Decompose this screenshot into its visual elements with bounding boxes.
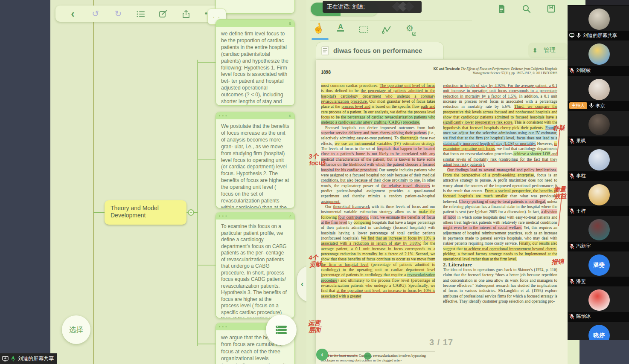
participant-name: 刘晓敏 <box>576 67 591 74</box>
active-tool-indicator <box>312 38 329 40</box>
note-card-text: To examine this focus on a particular pa… <box>216 220 294 318</box>
screen-share-label: 刘迪的屏幕共享 <box>0 353 57 364</box>
note-card[interactable]: the operating unit level, and at the pro… <box>215 0 295 14</box>
card-dots: • • • <box>219 114 227 118</box>
pen-draw-tool[interactable] <box>381 23 392 37</box>
card-dots: • • • <box>219 214 227 218</box>
mic-on-icon <box>589 103 594 109</box>
mic-muted-icon <box>569 278 574 284</box>
edit-compose-icon[interactable] <box>156 6 171 22</box>
mindmap-toolbar: ‹ ↺ ↻ ••• <box>55 6 226 22</box>
settings-gear-tool[interactable]: ⚙ <box>405 23 415 37</box>
card-badge: 6 <box>289 21 291 26</box>
page-back-button[interactable]: ‹ <box>316 349 328 361</box>
participant-name: 王梓 <box>576 208 586 214</box>
running-head-title: The Effects of Focus on Performance: Evi… <box>460 67 557 71</box>
avatar: 潘斐 <box>588 254 610 276</box>
screen-share-icon <box>569 32 574 38</box>
paragraph: The idea of focus in operations goes bac… <box>443 267 557 304</box>
handwritten-note: 报销 <box>551 258 564 266</box>
connector <box>194 212 198 213</box>
handwritten-note: 运营 层面 <box>308 319 321 334</box>
participant-name: 陈怡冰 <box>576 313 591 320</box>
participant-tile[interactable]: 冯新宇 <box>568 216 629 251</box>
note-card[interactable]: 6 we define firm level focus to be the p… <box>215 19 295 106</box>
screen-share-icon <box>2 356 9 361</box>
share-export-icon[interactable] <box>179 6 193 22</box>
handwritten-note: 3个 focus <box>309 152 326 167</box>
header-rule <box>321 79 557 79</box>
participant-name: 刘迪的屏幕共享 <box>583 32 617 39</box>
participant-name: 潘斐 <box>576 278 586 285</box>
participant-tile[interactable]: 晓婷 <box>568 321 629 340</box>
document-tab[interactable]: diwas focus on performance <box>316 42 444 59</box>
participant-tile[interactable]: 主持人 李京 <box>568 75 629 110</box>
note-card-text: we define firm level focus to be the pro… <box>216 27 294 106</box>
outline-list-icon[interactable] <box>134 6 148 22</box>
paragraph: Focused hospitals can derive improved ou… <box>321 125 435 204</box>
undo-icon[interactable]: ↺ <box>88 6 103 22</box>
text-highlight-tool[interactable]: A <box>335 23 346 37</box>
page-thumbnail-icon <box>321 46 329 55</box>
note-card[interactable]: • • •6 We postulate that the benefits of… <box>215 112 295 208</box>
avatar <box>588 289 610 311</box>
connector <box>197 62 215 63</box>
avatar <box>588 114 610 135</box>
card-badge: 7 <box>289 214 291 218</box>
back-icon[interactable]: ‹ <box>66 6 80 21</box>
hand-select-tool[interactable]: ☝ <box>312 23 323 37</box>
select-button[interactable]: 选择 <box>62 315 90 344</box>
participant-tile[interactable]: 果飒 <box>568 110 629 145</box>
collapse-left-icon[interactable]: ‹ <box>301 279 303 289</box>
paragraph: Our theoretical framework with its three… <box>321 204 435 299</box>
card-dots: • • • <box>219 325 227 329</box>
participant-name: 冯新宇 <box>576 243 591 249</box>
outline-fab-button[interactable] <box>266 315 297 345</box>
desktop-background <box>0 0 50 364</box>
participant-tile[interactable]: 刘晓敏 <box>568 40 629 75</box>
handwritten-note: 4个 贡献 <box>309 254 322 268</box>
mindmap-branch-line <box>197 60 198 346</box>
participant-tile[interactable]: 王梓 <box>568 181 629 216</box>
running-head-authors: KC and Terwiesch: <box>434 67 460 71</box>
document-icon[interactable] <box>497 4 506 15</box>
avatar: 晓婷 <box>588 325 610 340</box>
document-tab-title: diwas focus on performance <box>333 47 422 54</box>
annotation-toolbar: ☝ A ⚙ <box>312 23 415 37</box>
list-stack-icon <box>275 325 288 335</box>
split-view-divider[interactable]: ‹ · › <box>297 266 306 302</box>
participant-tile[interactable]: 刘迪的屏幕共享 <box>568 5 629 40</box>
footnote: blood to the heart muscle. Coronary reva… <box>321 352 435 363</box>
sort-icon[interactable]: ⇕ <box>533 47 538 54</box>
participant-tile[interactable]: 李柱 <box>568 146 629 181</box>
rect-select-tool[interactable] <box>358 23 369 37</box>
handwritten-note: 存疑 <box>552 124 565 132</box>
pdf-page[interactable]: 1898 KC and Terwiesch: The Effects of Fo… <box>316 60 568 364</box>
divider <box>310 20 472 20</box>
manage-button[interactable]: 管理 <box>544 46 556 54</box>
redo-icon[interactable]: ↻ <box>111 6 125 22</box>
search-icon[interactable] <box>521 4 531 15</box>
avatar <box>588 9 610 30</box>
mic-muted-icon <box>569 314 574 320</box>
participant-tile[interactable]: 潘斐 潘斐 <box>568 251 629 286</box>
host-badge: 主持人 <box>569 102 587 109</box>
connector <box>197 159 215 160</box>
participant-tile[interactable]: 陈怡冰 <box>568 286 629 321</box>
note-card[interactable]: • • •7 To examine this focus on a partic… <box>215 212 295 318</box>
meeting-logo-icon <box>393 2 415 12</box>
avatar <box>588 219 610 240</box>
mindmap-node-theory[interactable]: Theory and Model Development <box>105 200 186 225</box>
running-head: KC and Terwiesch: The Effects of Focus o… <box>434 67 557 75</box>
participant-name: 李柱 <box>576 173 586 179</box>
paragraph: Our findings lead to several managerial … <box>443 168 557 262</box>
screen: ‹ ↺ ↻ ••• Theory and Model Development −… <box>0 0 629 364</box>
collapse-node-icon[interactable]: − <box>188 209 194 216</box>
paragraph: reduction in length of stay by 4.92%. Fo… <box>443 83 557 168</box>
mindmap-app: ‹ ↺ ↻ ••• Theory and Model Development −… <box>50 0 306 364</box>
bookmark-save-icon[interactable] <box>546 5 556 14</box>
avatar <box>588 79 610 100</box>
participant-name: 果飒 <box>576 138 586 144</box>
left-column: most common cardiac procedures. The oper… <box>321 83 435 344</box>
avatar <box>588 43 610 65</box>
